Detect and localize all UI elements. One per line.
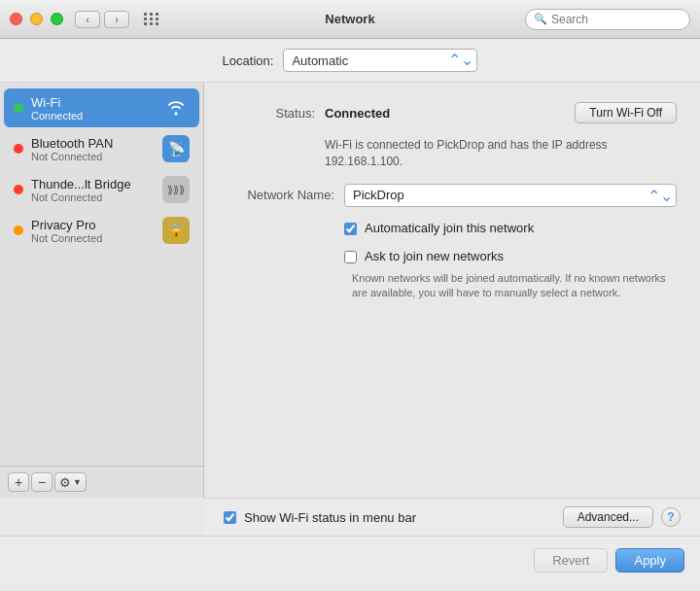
close-button[interactable] <box>10 13 22 25</box>
bottom-bar: Show Wi-Fi status in menu bar Advanced..… <box>204 498 700 536</box>
sidebar: Wi-Fi Connected Bluetooth PAN Not Connec… <box>0 83 204 498</box>
wifi-status-dot <box>14 103 23 113</box>
privacy-name: Privacy Pro <box>31 218 155 232</box>
remove-network-button[interactable]: − <box>31 472 52 492</box>
show-wifi-label: Show Wi-Fi status in menu bar <box>244 510 416 525</box>
footer: Revert Apply <box>0 536 700 584</box>
bluetooth-status: Not Connected <box>31 151 155 162</box>
location-bar: Location: Automatic ⌃⌄ <box>0 39 700 83</box>
bottom-right: Advanced... ? <box>563 506 681 528</box>
fullscreen-button[interactable] <box>51 13 63 25</box>
bluetooth-status-dot <box>14 144 23 154</box>
sidebar-list: Wi-Fi Connected Bluetooth PAN Not Connec… <box>0 83 203 466</box>
network-select[interactable]: PickDrop <box>344 184 677 207</box>
sidebar-item-privacy-pro[interactable]: Privacy Pro Not Connected 🔒 <box>4 211 199 250</box>
status-row: Status: Connected Turn Wi-Fi Off <box>228 102 677 123</box>
status-description: Wi-Fi is connected to PickDrop and has t… <box>325 137 677 170</box>
add-network-button[interactable]: + <box>8 472 29 492</box>
advanced-button[interactable]: Advanced... <box>563 506 653 528</box>
thunderbolt-icon: ⟫⟫⟫ <box>162 176 190 203</box>
sidebar-item-bluetooth[interactable]: Bluetooth PAN Not Connected 📡 <box>4 129 199 168</box>
nav-buttons: ‹ › <box>75 11 129 28</box>
auto-join-checkbox[interactable] <box>344 223 357 235</box>
ask-join-label: Ask to join new networks <box>365 249 504 263</box>
status-value: Connected <box>325 106 390 121</box>
main-area: Wi-Fi Connected Bluetooth PAN Not Connec… <box>0 83 700 498</box>
wifi-name: Wi-Fi <box>31 95 155 110</box>
minimize-button[interactable] <box>30 13 43 25</box>
revert-button[interactable]: Revert <box>534 548 608 573</box>
sidebar-item-thunderbolt[interactable]: Thunde...lt Bridge Not Connected ⟫⟫⟫ <box>4 170 199 209</box>
lock-icon: 🔒 <box>162 217 190 244</box>
auto-join-row: Automatically join this network <box>344 221 677 235</box>
traffic-lights <box>10 13 63 25</box>
bluetooth-name: Bluetooth PAN <box>31 136 155 151</box>
search-box[interactable]: 🔍 <box>525 9 690 30</box>
network-select-wrap: PickDrop ⌃⌄ <box>344 184 677 207</box>
show-wifi-row: Show Wi-Fi status in menu bar <box>224 510 416 525</box>
turn-wifi-off-button[interactable]: Turn Wi-Fi Off <box>575 102 677 123</box>
wifi-status: Connected <box>31 110 155 122</box>
apply-button[interactable]: Apply <box>615 548 684 573</box>
bluetooth-icon: 📡 <box>162 135 190 162</box>
grid-button[interactable] <box>139 11 164 28</box>
thunderbolt-status-dot <box>14 185 23 194</box>
privacy-status: Not Connected <box>31 232 155 244</box>
search-icon: 🔍 <box>534 13 547 25</box>
location-label: Location: <box>223 53 274 68</box>
status-label: Status: <box>228 106 315 121</box>
sidebar-toolbar: + − ⚙ ▼ <box>0 466 203 498</box>
show-wifi-checkbox[interactable] <box>224 511 236 524</box>
gear-menu-button[interactable]: ⚙ ▼ <box>54 472 87 492</box>
thunderbolt-name: Thunde...lt Bridge <box>31 177 155 191</box>
detail-panel: Status: Connected Turn Wi-Fi Off Wi-Fi i… <box>204 83 700 498</box>
network-name-row: Network Name: PickDrop ⌃⌄ <box>228 184 677 207</box>
forward-button[interactable]: › <box>104 11 129 28</box>
back-button[interactable]: ‹ <box>75 11 100 28</box>
location-select-wrap: Automatic ⌃⌄ <box>283 49 477 72</box>
thunderbolt-status: Not Connected <box>31 191 155 203</box>
titlebar: ‹ › Network 🔍 <box>0 0 700 39</box>
ask-join-row: Ask to join new networks <box>344 249 677 263</box>
window-title: Network <box>325 12 374 26</box>
ask-join-description: Known networks will be joined automatica… <box>352 271 677 301</box>
grid-icon <box>144 13 159 25</box>
help-button[interactable]: ? <box>661 507 681 527</box>
privacy-status-dot <box>14 226 23 235</box>
ask-join-checkbox[interactable] <box>344 251 357 263</box>
wifi-icon <box>162 94 190 122</box>
location-select[interactable]: Automatic <box>283 49 477 72</box>
gear-chevron-icon: ▼ <box>73 477 82 487</box>
search-input[interactable] <box>551 13 682 26</box>
network-name-label: Network Name: <box>228 188 334 202</box>
auto-join-label: Automatically join this network <box>365 221 534 235</box>
sidebar-item-wifi[interactable]: Wi-Fi Connected <box>4 88 199 127</box>
gear-icon: ⚙ <box>59 475 71 490</box>
